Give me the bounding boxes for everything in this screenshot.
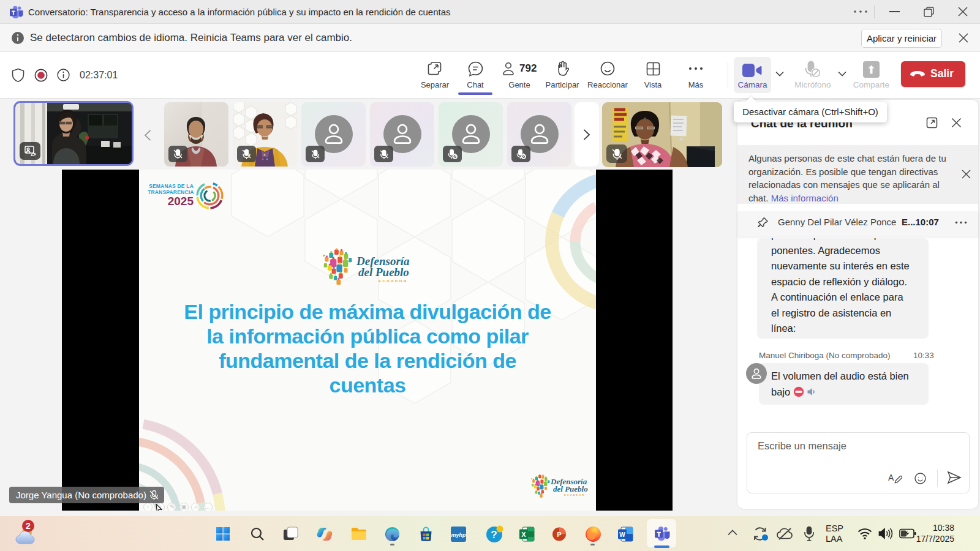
svg-text:?: ?: [491, 529, 497, 541]
svg-text:W: W: [619, 531, 625, 538]
svg-text:X: X: [521, 531, 526, 538]
svg-text:2: 2: [26, 521, 31, 531]
svg-text:myhp: myhp: [451, 532, 466, 538]
svg-text:P: P: [557, 531, 561, 538]
svg-text:A: A: [888, 473, 894, 482]
